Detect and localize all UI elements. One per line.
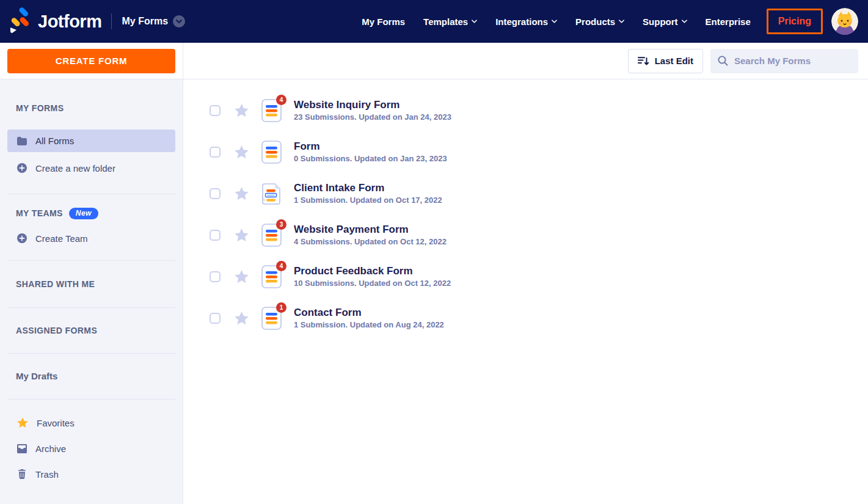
- sidebar-divider: [7, 194, 175, 194]
- main-panel: Last Edit 4 Website Inquiry: [183, 43, 868, 504]
- search-icon: [718, 56, 728, 66]
- sidebar-item-my-drafts[interactable]: My Drafts: [16, 370, 167, 382]
- form-row[interactable]: 3 Website Payment Form 4 Submissions. Up…: [210, 214, 868, 256]
- form-checkbox[interactable]: [210, 105, 221, 116]
- brand-wordmark: Jotform: [38, 12, 101, 32]
- form-subtitle: 1 Submission. Updated on Oct 17, 2022: [294, 195, 442, 205]
- sidebar-item-all-forms[interactable]: All Forms: [7, 130, 175, 152]
- sort-icon: [638, 56, 649, 66]
- form-checkbox[interactable]: [210, 147, 221, 158]
- create-form-button[interactable]: CREATE FORM: [7, 49, 175, 73]
- chevron-down-icon: [472, 20, 477, 23]
- sidebar-item-archive[interactable]: Archive: [7, 437, 175, 459]
- sidebar-item-create-folder[interactable]: Create a new folder: [7, 157, 175, 179]
- nav-item-label: Products: [575, 16, 615, 27]
- nav-item-integrations[interactable]: Integrations: [495, 16, 557, 27]
- my-drafts-label: My Drafts: [16, 371, 57, 381]
- sidebar-item-label: Create a new folder: [35, 163, 115, 173]
- sort-button-label: Last Edit: [655, 56, 693, 66]
- sidebar-item-label: Archive: [35, 444, 66, 454]
- pricing-button[interactable]: Pricing: [767, 9, 823, 34]
- favorite-star-icon[interactable]: [235, 312, 249, 325]
- form-checkbox[interactable]: [210, 230, 221, 241]
- sidebar-divider: [7, 353, 175, 354]
- nav-item-my-forms[interactable]: My Forms: [362, 16, 405, 27]
- form-row[interactable]: Form 0 Submissions. Updated on Jan 23, 2…: [210, 131, 868, 173]
- chevron-down-icon: [619, 20, 624, 23]
- jotform-logo-icon: [9, 7, 34, 35]
- my-forms-header-label: MY FORMS: [16, 103, 64, 113]
- plus-circle-icon: [17, 163, 27, 173]
- form-list: 4 Website Inquiry Form 23 Submissions. U…: [183, 79, 868, 339]
- nav-links: My Forms Templates Integrations Products…: [362, 16, 751, 27]
- sidebar-item-favorites[interactable]: Favorites: [7, 412, 175, 434]
- form-checkbox[interactable]: [210, 313, 221, 324]
- form-title: Form: [294, 141, 447, 153]
- sidebar-item-label: Favorites: [37, 418, 75, 428]
- nav-item-enterprise[interactable]: Enterprise: [706, 16, 751, 27]
- sidebar: CREATE FORM MY FORMS All Forms Create a …: [0, 43, 183, 504]
- assigned-forms-header[interactable]: ASSIGNED FORMS: [16, 324, 167, 337]
- nav-item-templates[interactable]: Templates: [423, 16, 477, 27]
- classic-form-icon: [261, 141, 282, 164]
- sidebar-divider: [7, 307, 175, 308]
- form-title: Website Payment Form: [294, 224, 447, 236]
- nav-item-label: Templates: [423, 16, 468, 27]
- trash-icon: [17, 469, 27, 479]
- top-navbar: Jotform My Forms My Forms Templates Inte…: [0, 0, 868, 43]
- form-subtitle: 0 Submissions. Updated on Jan 23, 2023: [294, 154, 447, 164]
- submission-count-badge: 3: [276, 219, 286, 230]
- favorite-star-icon[interactable]: [235, 187, 249, 200]
- nav-item-support[interactable]: Support: [643, 16, 687, 27]
- form-checkbox[interactable]: [210, 271, 221, 282]
- submission-count-badge: 4: [276, 95, 286, 105]
- chevron-down-icon: [552, 20, 557, 23]
- my-teams-header-label: MY TEAMS: [16, 208, 63, 218]
- search-input[interactable]: [734, 56, 851, 66]
- favorite-star-icon[interactable]: [235, 145, 249, 159]
- form-checkbox[interactable]: [210, 188, 221, 199]
- sidebar-item-create-team[interactable]: Create Team: [7, 227, 175, 249]
- my-teams-header: MY TEAMS New: [16, 206, 167, 220]
- user-avatar[interactable]: [831, 8, 858, 35]
- nav-item-label: Integrations: [495, 16, 548, 27]
- form-subtitle: 10 Submissions. Updated on Oct 12, 2022: [294, 279, 451, 288]
- form-subtitle: 1 Submission. Updated on Aug 24, 2022: [294, 320, 444, 330]
- form-row[interactable]: Client Intake Form 1 Submission. Updated…: [210, 173, 868, 214]
- archive-icon: [17, 444, 27, 453]
- sidebar-item-label: Create Team: [35, 233, 88, 244]
- form-subtitle: 4 Submissions. Updated on Oct 12, 2022: [294, 237, 447, 247]
- form-subtitle: 23 Submissions. Updated on Jan 24, 2023: [294, 112, 451, 122]
- new-badge: New: [69, 208, 98, 219]
- sort-button[interactable]: Last Edit: [628, 49, 703, 73]
- form-row[interactable]: 4 Product Feedback Form 10 Submissions. …: [210, 256, 868, 298]
- favorite-star-icon[interactable]: [235, 270, 249, 283]
- favorite-star-icon[interactable]: [235, 228, 249, 242]
- nav-item-label: Support: [643, 16, 678, 27]
- sidebar-item-label: Trash: [35, 469, 59, 480]
- nav-item-label: Enterprise: [706, 16, 751, 27]
- sidebar-item-trash[interactable]: Trash: [7, 463, 175, 485]
- folder-icon: [17, 136, 27, 146]
- chevron-down-icon: [682, 20, 687, 23]
- shared-with-me-label: SHARED WITH ME: [16, 279, 95, 289]
- form-title: Product Feedback Form: [294, 265, 451, 277]
- submission-count-badge: 4: [276, 261, 286, 271]
- nav-item-products[interactable]: Products: [575, 16, 624, 27]
- chevron-down-icon: [173, 15, 185, 27]
- shared-with-me-header[interactable]: SHARED WITH ME: [16, 278, 167, 290]
- nav-item-label: My Forms: [362, 16, 405, 27]
- favorite-star-icon[interactable]: [235, 104, 249, 117]
- plus-circle-icon: [17, 233, 27, 243]
- jotform-logo[interactable]: Jotform: [9, 7, 101, 35]
- list-toolbar: Last Edit: [183, 43, 868, 79]
- context-switcher[interactable]: My Forms: [122, 15, 185, 27]
- form-title: Website Inquiry Form: [294, 99, 451, 111]
- star-icon: [17, 417, 28, 428]
- sidebar-nav: MY FORMS All Forms Create a new folder M…: [0, 79, 183, 504]
- search-box: [710, 49, 858, 73]
- form-row[interactable]: 1 Contact Form 1 Submission. Updated on …: [210, 298, 868, 339]
- my-forms-header: MY FORMS: [16, 103, 167, 114]
- form-row[interactable]: 4 Website Inquiry Form 23 Submissions. U…: [210, 90, 868, 131]
- form-title: Client Intake Form: [294, 182, 442, 194]
